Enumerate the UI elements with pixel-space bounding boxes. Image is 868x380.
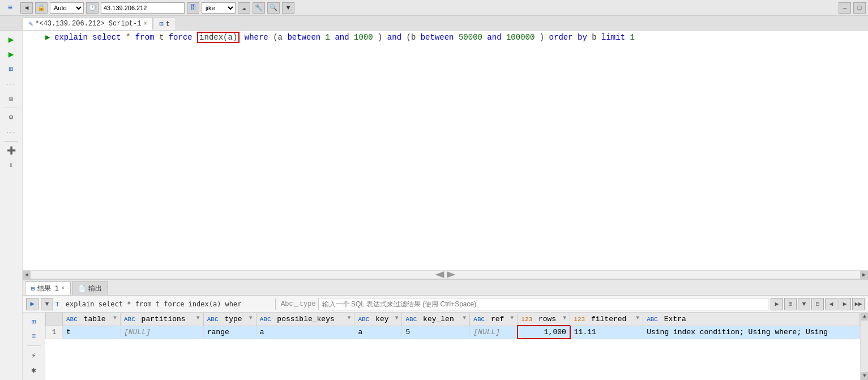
col-sort-possible-keys[interactable]: ▼: [347, 315, 350, 321]
bottom-panel: ⊞ 结果 1 × 📄 输出 ▶ ▼ T expla: [23, 279, 868, 380]
col-name-partitions: partitions: [142, 315, 186, 323]
result-play-btn[interactable]: ▶: [26, 298, 39, 310]
cell-partitions: [NULL]: [120, 326, 203, 339]
col-possible-keys[interactable]: ABC possible_keys ▼: [256, 313, 354, 326]
minimize-btn[interactable]: —: [839, 2, 851, 14]
t-tab-label: t: [166, 20, 170, 28]
result-tab-close[interactable]: ×: [61, 285, 65, 292]
col-sort-type[interactable]: ▼: [249, 315, 253, 321]
run-back-btn[interactable]: ◀: [20, 2, 33, 14]
dots2-btn[interactable]: ···: [3, 125, 19, 139]
toolbar-separator: [275, 298, 276, 310]
col-partitions[interactable]: ABC partitions ▼: [120, 313, 203, 326]
col-ref[interactable]: ABC ref ▼: [470, 313, 518, 326]
t-tab[interactable]: ⊞ t: [153, 18, 176, 30]
table-row[interactable]: 1 t [NULL] range a a 5 [NULL] 1,000 11.1…: [46, 326, 860, 339]
cell-type: range: [203, 326, 256, 339]
top-toolbar: ≡ ◀ 🔒 Auto 🕐 🗄 jike ☁ 🔧 🔍 ▼ — □: [0, 0, 868, 16]
script-tab[interactable]: ✎ *<43.139.206.212> Script-1 ×: [23, 18, 153, 30]
lock-btn[interactable]: 🔒: [35, 2, 48, 14]
filter-icon[interactable]: ≡: [2, 1, 18, 15]
cell-rows: 1,000: [518, 326, 570, 339]
result-down-btn[interactable]: ▼: [41, 298, 53, 310]
scrollbar-down[interactable]: ▼: [861, 372, 868, 380]
col-type-possible-keys: ABC: [260, 316, 271, 323]
toolbar-filter-btn[interactable]: ⊟: [811, 298, 824, 310]
result-toolbar-right: ▶ ⊞ ▼ ⊟ ◀ ▶ ▶▶: [771, 298, 865, 310]
sql-editor[interactable]: ▶ explain select * from t force index(a)…: [23, 31, 868, 270]
col-sort-ref[interactable]: ▼: [510, 315, 514, 321]
run-btn[interactable]: ▶: [3, 33, 19, 46]
col-sort-rows[interactable]: ▼: [563, 315, 566, 321]
nav-left-arrow[interactable]: [435, 271, 444, 278]
tab-bar: ✎ *<43.139.206.212> Script-1 × ⊞ t: [0, 16, 868, 31]
paren2-close: ): [540, 33, 544, 42]
output-tab[interactable]: 📄 输出: [72, 281, 108, 295]
col-sort-filtered[interactable]: ▼: [636, 315, 639, 321]
col-name-key-len: key_len: [423, 315, 454, 323]
col-name-extra: Extra: [664, 315, 686, 323]
line-arrow: ▶: [45, 31, 54, 44]
scroll-left[interactable]: ◀: [23, 271, 31, 279]
run2-btn[interactable]: ▶: [3, 48, 19, 61]
user-select[interactable]: jike: [202, 2, 236, 14]
order-kw: order by: [549, 33, 587, 42]
data-table-container[interactable]: ABC table ▼ ABC partitions ▼: [45, 313, 860, 380]
col-filtered[interactable]: 123 filtered ▼: [570, 313, 643, 326]
cell-filtered: 11.11: [570, 326, 643, 339]
envelope-btn[interactable]: ✉: [3, 92, 19, 105]
col-type-key-len: ABC: [405, 316, 417, 323]
col-table[interactable]: ABC table ▼: [63, 313, 121, 326]
clock-btn[interactable]: 🕐: [86, 2, 99, 14]
download-icon[interactable]: ⬇: [3, 159, 19, 172]
col-type-header[interactable]: ABC type ▼: [203, 313, 256, 326]
cloud2-btn[interactable]: 🔧: [253, 2, 265, 14]
toolbar-btn-3[interactable]: ▼: [798, 298, 810, 310]
toolbar-prev-btn[interactable]: ◀: [825, 298, 837, 310]
row-num-1: 1: [46, 326, 63, 339]
from-kw: from: [135, 33, 155, 42]
col-type-filtered: 123: [574, 316, 585, 323]
bottom-icon-1[interactable]: ⊞: [26, 315, 42, 328]
table-header-row: ABC table ▼ ABC partitions ▼: [46, 313, 860, 326]
search-toolbar-btn[interactable]: 🔍: [267, 2, 280, 14]
nav-right-arrow[interactable]: [447, 271, 456, 278]
col-sort-partitions[interactable]: ▼: [196, 315, 200, 321]
bottom-row: ⊞ ≡ ⚡ ✱ ABC table: [23, 313, 868, 380]
maximize-btn[interactable]: □: [853, 2, 866, 14]
ip-input[interactable]: [101, 2, 185, 14]
col-key-len[interactable]: ABC key_len ▼: [402, 313, 470, 326]
right-scrollbar[interactable]: ▲ ▼: [860, 313, 868, 380]
col-sort-key-len[interactable]: ▼: [463, 315, 466, 321]
toolbar-btn-1[interactable]: ▶: [771, 298, 783, 310]
scrollbar-up[interactable]: ▲: [861, 313, 868, 321]
output-tab-icon: 📄: [78, 285, 86, 292]
h-scroll[interactable]: ◀ ▶: [23, 270, 868, 279]
auto-select[interactable]: Auto: [50, 2, 84, 14]
filter-input[interactable]: [318, 298, 768, 310]
add-icon[interactable]: ➕: [3, 144, 19, 157]
cloud-btn[interactable]: ☁: [238, 2, 250, 14]
gear-icon[interactable]: ⚙: [3, 110, 19, 124]
col-sort-table[interactable]: ▼: [113, 315, 117, 321]
sidebar-divider1: [5, 108, 18, 108]
bottom-icon-2[interactable]: ≡: [26, 330, 42, 343]
col-key[interactable]: ABC key ▼: [354, 313, 402, 326]
col-name-table: table: [84, 315, 106, 323]
dots-btn[interactable]: ···: [3, 77, 19, 91]
bottom-icon-3[interactable]: ⚡: [26, 348, 42, 362]
grid-btn[interactable]: ⊞: [3, 62, 19, 76]
toolbar-next-btn[interactable]: ▶: [839, 298, 851, 310]
db-icon[interactable]: 🗄: [187, 2, 199, 14]
bottom-icon-4[interactable]: ✱: [26, 363, 42, 377]
dropdown-btn[interactable]: ▼: [282, 2, 294, 14]
col-extra[interactable]: ABC Extra: [643, 313, 860, 326]
scrollbar-track[interactable]: [861, 321, 868, 372]
scroll-right[interactable]: ▶: [860, 271, 868, 279]
col-sort-key[interactable]: ▼: [395, 315, 398, 321]
result-tab[interactable]: ⊞ 结果 1 ×: [25, 281, 71, 295]
col-rows[interactable]: 123 rows ▼: [518, 313, 570, 326]
toolbar-end-btn[interactable]: ▶▶: [852, 298, 865, 310]
toolbar-btn-2[interactable]: ⊞: [784, 298, 797, 310]
script-tab-close[interactable]: ×: [143, 21, 147, 27]
